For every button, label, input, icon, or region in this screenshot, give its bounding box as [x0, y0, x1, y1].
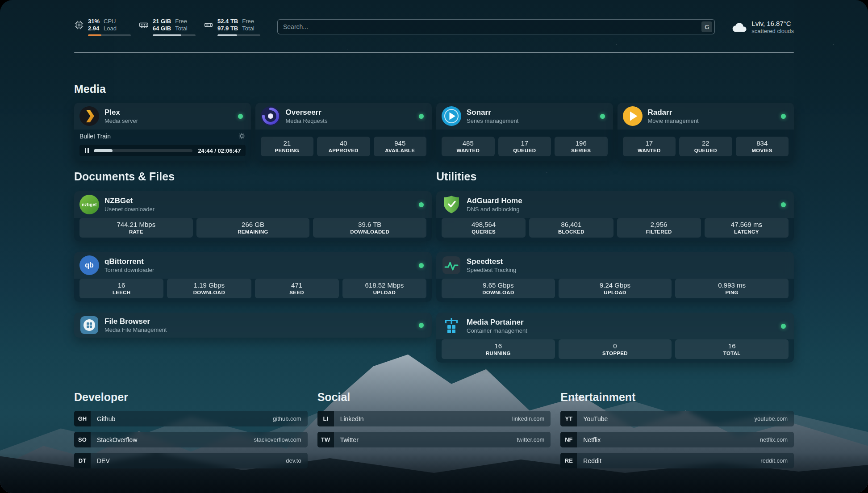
stat-label: WANTED: [625, 147, 674, 154]
stat-box: 16RUNNING: [442, 339, 555, 359]
bookmark-url: youtube.com: [755, 415, 788, 422]
youtube-icon: YT: [560, 411, 577, 426]
stat-box: 17QUEUED: [498, 137, 551, 156]
bookmark-github[interactable]: GH Github github.com: [74, 411, 308, 426]
middle-sections: Documents & Files nzbget NZBGet Usenet d…: [74, 170, 794, 363]
bookmark-reddit[interactable]: RE Reddit reddit.com: [560, 453, 794, 468]
bookmark-youtube[interactable]: YT YouTube youtube.com: [560, 411, 794, 426]
service-title: NZBGet: [104, 196, 154, 205]
stat-value: 471: [257, 281, 337, 289]
service-title: Radarr: [648, 108, 699, 117]
search-input[interactable]: [283, 23, 701, 30]
service-title: Overseerr: [286, 108, 328, 117]
radarr-icon: [623, 106, 643, 126]
plex-icon: [79, 106, 99, 126]
bookmark-netflix[interactable]: NF Netflix netflix.com: [560, 432, 794, 447]
stat-box: 22QUEUED: [679, 137, 732, 156]
service-card-overseerr[interactable]: Overseerr Media Requests 21PENDING 40APP…: [255, 103, 432, 161]
stat-label: LATENCY: [706, 229, 787, 235]
service-title: Speedtest: [467, 257, 516, 266]
service-subtitle: Series management: [467, 117, 518, 125]
service-card-portainer[interactable]: Media Portainer Container management 16R…: [436, 313, 794, 363]
media-section: Media Plex Media server: [74, 82, 794, 161]
service-title: Media Portainer: [467, 318, 527, 327]
status-indicator: [781, 114, 786, 119]
stat-value: 39.6 TB: [315, 220, 425, 229]
stat-box: 834MOVIES: [736, 137, 789, 156]
service-card-plex[interactable]: Plex Media server Bullet Train: [74, 103, 251, 161]
memory-usage-bar: [153, 34, 196, 36]
service-subtitle: Media server: [104, 117, 138, 125]
stat-value: 196: [556, 139, 606, 147]
overseerr-icon: [261, 106, 280, 126]
adguard-icon: [442, 195, 461, 214]
cpu-load-value: 2.94: [88, 25, 100, 32]
service-subtitle: Media File Management: [104, 326, 167, 334]
status-indicator: [600, 114, 605, 119]
cloud-icon: [732, 21, 747, 32]
search-bar[interactable]: G: [277, 19, 715, 34]
reddit-icon: RE: [560, 453, 577, 468]
bookmark-group-developer: Developer GH Github github.com SO StackO…: [74, 390, 308, 468]
service-title: qBittorrent: [104, 257, 154, 266]
stat-value: 22: [681, 139, 730, 147]
stat-label: WANTED: [443, 147, 493, 154]
gear-icon[interactable]: [238, 132, 246, 140]
stat-box: 0.993 msPING: [675, 279, 789, 298]
service-subtitle: Torrent downloader: [104, 266, 154, 274]
stat-box: 16LEECH: [79, 279, 163, 298]
stat-value: 86,401: [531, 220, 611, 229]
stat-label: STOPPED: [560, 350, 670, 356]
status-indicator: [781, 324, 786, 329]
bookmark-twitter[interactable]: TW Twitter twitter.com: [317, 432, 551, 447]
bookmark-name: YouTube: [583, 415, 608, 422]
weather-location-temp: Lviv, 16.87°C: [751, 19, 794, 28]
bookmark-name: StackOverflow: [97, 436, 137, 443]
disk-usage-bar: [217, 34, 260, 36]
bookmark-group-social: Social LI LinkedIn linkedin.com TW Twitt…: [317, 390, 551, 468]
service-subtitle: Container management: [467, 327, 527, 334]
bookmark-dev[interactable]: DT DEV dev.to: [74, 453, 308, 468]
weather-condition: scattered clouds: [751, 28, 794, 35]
stat-box: 86,401BLOCKED: [529, 218, 613, 238]
service-card-speedtest[interactable]: Speedtest Speedtest Tracking 9.65 GbpsDO…: [436, 252, 794, 302]
stat-value: 266 GB: [198, 220, 308, 229]
bookmark-name: Twitter: [340, 436, 359, 443]
top-bar: 31% 2.94 CPU Load: [74, 13, 794, 40]
documents-section: Documents & Files nzbget NZBGet Usenet d…: [74, 170, 432, 363]
service-card-adguard[interactable]: AdGuard Home DNS and adblocking 498,564Q…: [436, 191, 794, 241]
bookmark-stackoverflow[interactable]: SO StackOverflow stackoverflow.com: [74, 432, 308, 447]
service-card-sonarr[interactable]: Sonarr Series management 485WANTED 17QUE…: [436, 103, 613, 161]
disk-label-1: Free: [242, 18, 254, 25]
bookmark-linkedin[interactable]: LI LinkedIn linkedin.com: [317, 411, 551, 426]
filebrowser-icon: [79, 315, 99, 335]
service-subtitle: DNS and adblocking: [467, 205, 522, 213]
stat-value: 47.569 ms: [706, 220, 787, 229]
stat-value: 16: [677, 342, 787, 350]
stat-box: 39.6 TBDOWNLOADED: [313, 218, 426, 238]
bookmarks-section: Developer GH Github github.com SO StackO…: [74, 390, 794, 468]
stat-label: DOWNLOADED: [315, 229, 425, 235]
disk-total: 97.9 TB: [217, 25, 238, 32]
search-engine-badge[interactable]: G: [701, 21, 712, 32]
stat-box: 1.19 GbpsDOWNLOAD: [167, 279, 251, 298]
bookmark-name: Reddit: [583, 457, 601, 464]
cpu-metric: 31% 2.94 CPU Load: [74, 18, 131, 36]
stat-box: 618.52 MbpsUPLOAD: [342, 279, 426, 298]
stat-label: APPROVED: [319, 147, 368, 154]
memory-metric: 21 GiB 64 GiB Free Total: [139, 18, 196, 36]
stat-value: 744.21 Mbps: [81, 220, 191, 229]
stat-value: 1.19 Gbps: [169, 281, 249, 289]
pause-button[interactable]: [79, 145, 94, 156]
service-card-filebrowser[interactable]: File Browser Media File Management: [74, 313, 432, 338]
github-icon: GH: [74, 411, 91, 426]
dev-icon: DT: [74, 453, 91, 468]
stat-value: 485: [443, 139, 493, 147]
stat-label: SEED: [257, 289, 337, 296]
stat-label: UPLOAD: [560, 289, 670, 296]
service-card-radarr[interactable]: Radarr Movie management 17WANTED 22QUEUE…: [618, 103, 794, 161]
cpu-usage-bar: [88, 34, 131, 36]
service-card-nzbget[interactable]: nzbget NZBGet Usenet downloader 744.21 M…: [74, 191, 432, 241]
service-card-qbittorrent[interactable]: qb qBittorrent Torrent downloader 16LEEC…: [74, 252, 432, 302]
twitter-icon: TW: [317, 432, 334, 447]
